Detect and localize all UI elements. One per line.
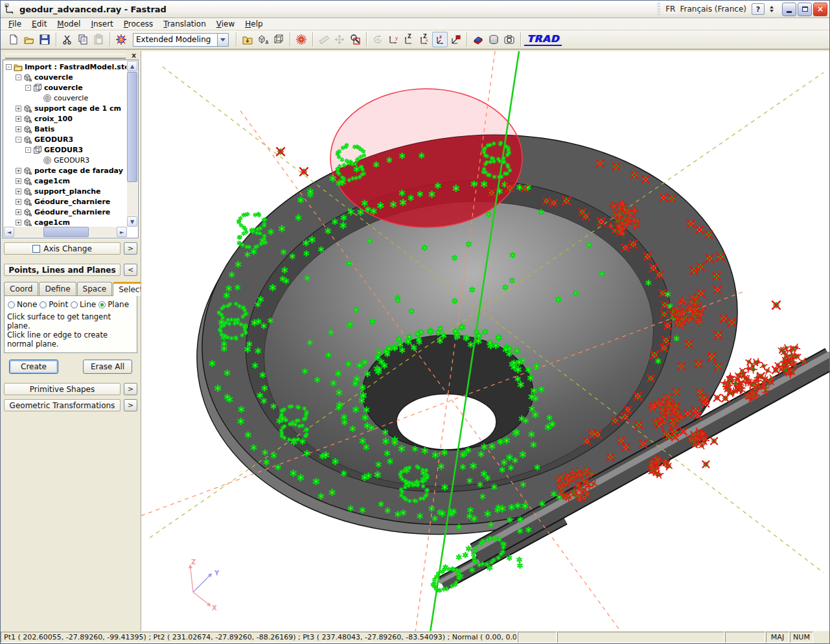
tree-expander-icon[interactable]: + <box>16 220 21 225</box>
menu-item-insert[interactable]: Insert <box>86 19 118 29</box>
axis-xyz-button[interactable]: z <box>432 32 448 47</box>
new-file-button[interactable] <box>6 32 21 47</box>
tree-hscroll-thumb[interactable] <box>43 227 89 237</box>
tree-expander-icon[interactable]: + <box>16 209 21 215</box>
open-file-button[interactable] <box>21 32 37 47</box>
tree-expander-icon[interactable]: + <box>16 178 21 184</box>
tree-item-10[interactable]: +porte cage de faraday <box>5 165 126 176</box>
viewport-3d[interactable]: ZYX <box>141 51 829 631</box>
radio-point[interactable]: Point <box>40 300 68 309</box>
tree-item-3[interactable]: couvercle <box>5 93 126 103</box>
trapped-rays-button[interactable] <box>294 32 309 47</box>
erase-all-button[interactable]: Erase All <box>83 360 132 374</box>
tab-space[interactable]: Space <box>77 282 113 295</box>
tree-expander-icon[interactable]: + <box>16 106 21 111</box>
tree-panel-grip[interactable]: x <box>4 52 137 60</box>
menu-item-process[interactable]: Process <box>119 19 159 29</box>
modeling-mode-select[interactable]: Extended Modeling <box>133 33 229 47</box>
menu-item-view[interactable]: View <box>211 19 240 29</box>
primitive-shapes-expand-button[interactable]: > <box>124 383 137 395</box>
scroll-up-icon[interactable]: ▲ <box>127 61 137 71</box>
tree-vscroll-thumb[interactable] <box>127 72 137 182</box>
tree-item-15[interactable]: +cage1cm <box>5 217 126 226</box>
primitive-shapes-header[interactable]: Primitive Shapes <box>4 383 121 395</box>
axis-zx-button[interactable]: Zx <box>417 32 432 47</box>
geometric-transformations-header[interactable]: Geometric Transformations <box>4 399 121 411</box>
import-model-button[interactable] <box>240 32 255 47</box>
plp-header[interactable]: Points, Lines and Planes <box>4 264 121 276</box>
measure-button[interactable] <box>316 32 332 47</box>
zoom-selection-button[interactable] <box>347 32 363 47</box>
wireframe-view-button[interactable] <box>271 32 286 47</box>
close-button[interactable]: × <box>813 3 827 16</box>
ray-web-button[interactable] <box>113 32 129 47</box>
axis-z-button[interactable]: Z <box>401 32 417 47</box>
language-help-button[interactable]: ? <box>752 3 765 15</box>
tree-expander-icon[interactable]: - <box>25 147 31 153</box>
scroll-left-icon[interactable]: ◄ <box>4 227 14 237</box>
scene-canvas[interactable]: ZYX <box>141 51 829 631</box>
tree-item-1[interactable]: -couvercle <box>5 72 126 82</box>
tab-coord[interactable]: Coord <box>4 282 38 295</box>
rotate-view-button[interactable] <box>370 32 386 47</box>
layers-button[interactable] <box>486 32 501 47</box>
eraser-button[interactable] <box>470 32 486 47</box>
tab-select[interactable]: Select <box>113 282 141 296</box>
tree-item-13[interactable]: +Géodure_charniere <box>5 196 126 207</box>
pan-button[interactable] <box>332 32 347 47</box>
tab-define[interactable]: Define <box>39 282 76 295</box>
axis-change-checkbox[interactable] <box>32 245 40 253</box>
radio-plane[interactable]: Plane <box>98 300 129 309</box>
tree-expander-icon[interactable]: - <box>25 85 31 91</box>
tree-item-8[interactable]: -GEODUR3 <box>5 144 126 155</box>
save-button[interactable] <box>37 32 52 47</box>
tree-expander-icon[interactable]: + <box>16 116 21 122</box>
axis-change-expand-button[interactable]: > <box>124 242 137 255</box>
tree-item-11[interactable]: +cage1cm <box>5 176 126 186</box>
geometric-transformations-expand-button[interactable]: > <box>124 399 137 411</box>
plp-collapse-button[interactable]: < <box>124 264 137 276</box>
combo-dropdown-button[interactable] <box>217 34 228 46</box>
language-name[interactable]: Français (France) <box>680 5 746 14</box>
menu-item-model[interactable]: Model <box>52 19 86 29</box>
snapshot-button[interactable] <box>501 32 517 47</box>
axis-flag-button[interactable] <box>448 32 463 47</box>
minimize-button[interactable] <box>782 3 796 16</box>
menu-item-file[interactable]: File <box>3 19 27 29</box>
tree-expander-icon[interactable]: + <box>16 199 21 205</box>
tree-expander-icon[interactable]: - <box>6 64 12 70</box>
language-bar-grip[interactable] <box>657 3 660 15</box>
tree-item-12[interactable]: +support_planche <box>5 186 126 196</box>
language-options-button[interactable] <box>767 3 776 15</box>
tree-panel-close-icon[interactable]: x <box>132 52 136 59</box>
radio-none[interactable]: None <box>8 300 37 309</box>
tree-item-7[interactable]: -GEODUR3 <box>5 134 126 144</box>
tree-expander-icon[interactable]: + <box>16 168 21 174</box>
axis-xy-button[interactable]: y <box>386 32 401 47</box>
language-code[interactable]: FR <box>663 5 677 14</box>
tree-item-2[interactable]: -couvercle <box>5 82 126 93</box>
tree-item-0[interactable]: -Import : FastradModel.ste <box>5 62 126 72</box>
tree-expander-icon[interactable]: - <box>16 137 21 143</box>
menu-item-translation[interactable]: Translation <box>158 19 211 29</box>
tree-expander-icon[interactable]: + <box>16 126 21 132</box>
radio-line[interactable]: Line <box>71 300 96 309</box>
tree-item-14[interactable]: +Géodure_charniere <box>5 207 126 217</box>
scroll-down-icon[interactable]: ▼ <box>127 216 137 227</box>
create-button[interactable]: Create <box>9 360 58 374</box>
scroll-right-icon[interactable]: ► <box>117 227 127 237</box>
axis-change-header[interactable]: Axis Change <box>4 242 121 255</box>
copy-button[interactable] <box>75 32 91 47</box>
paste-button[interactable] <box>91 32 106 47</box>
tree-item-6[interactable]: +Batis <box>5 124 126 134</box>
tree-expander-icon[interactable]: - <box>16 75 21 80</box>
menu-item-help[interactable]: Help <box>240 19 268 29</box>
tree-vertical-scrollbar[interactable]: ▲ ▼ <box>127 61 137 227</box>
cut-button[interactable] <box>60 32 75 47</box>
tree-horizontal-scrollbar[interactable]: ◄ ► <box>4 227 127 237</box>
tree-expander-icon[interactable]: + <box>16 189 21 194</box>
restore-button[interactable] <box>798 3 812 16</box>
tree-item-9[interactable]: GEODUR3 <box>5 155 126 165</box>
tree-item-4[interactable]: +support cage de 1 cm <box>5 103 126 113</box>
tree-item-5[interactable]: +croix_100 <box>5 113 126 124</box>
